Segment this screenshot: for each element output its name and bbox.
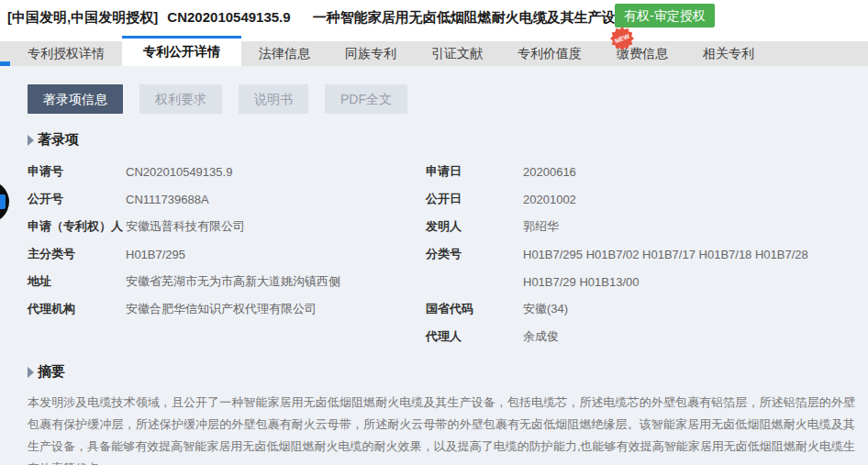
field-label: 国省代码 (426, 301, 523, 317)
field-value: H01B7/295 (126, 248, 426, 261)
field-value: CN111739688A (126, 193, 426, 206)
field-value: H01B7/295 H01B7/02 H01B7/17 H01B7/18 H01… (523, 248, 808, 261)
new-badge-icon: NEW (610, 27, 634, 50)
document-toolbar: 著录项信息 权利要求 说明书 PDF全文 (28, 84, 868, 114)
patent-detail-page: [中国发明,中国发明授权] CN202010549135.9 一种智能家居用无卤… (0, 0, 868, 465)
field-label: 发明人 (426, 218, 523, 235)
field-label: 代理机构 (28, 301, 126, 317)
tab-family-patents[interactable]: 同族专利 (328, 41, 414, 66)
triangle-icon (28, 135, 34, 146)
bibliographic-fields: 申请号 CN202010549135.9 申请日 20200616 公开号 CN… (28, 158, 868, 350)
field-label: 地址 (28, 273, 126, 290)
bibliographic-section-title: 著录项 (38, 131, 79, 149)
field-label: 申请日 (426, 163, 523, 180)
field-label: 申请（专利权）人 (28, 218, 126, 235)
claims-button[interactable]: 权利要求 (139, 84, 222, 114)
field-row: 申请号 CN202010549135.9 申请日 20200616 (28, 158, 868, 185)
field-label: 公开号 (28, 191, 126, 207)
field-value: 郭绍华 (523, 218, 559, 235)
patent-number: CN202010549135.9 (167, 9, 290, 25)
patent-title: 一种智能家居用无卤低烟阻燃耐火电缆及其生产设备 (313, 9, 629, 25)
page-title: [中国发明,中国发明授权] CN202010549135.9 一种智能家居用无卤… (7, 9, 635, 27)
tab-related-patents[interactable]: 相关专利 (685, 41, 772, 66)
field-row: 主分类号 H01B7/295 分类号 H01B7/295 H01B7/02 H0… (28, 240, 868, 268)
abstract-section-title: 摘要 (38, 363, 65, 381)
field-value: 20201002 (523, 193, 576, 206)
field-label: 主分类号 (28, 246, 126, 262)
field-value: 余成俊 (523, 328, 559, 345)
tab-cited-documents[interactable]: 引证文献 (414, 41, 500, 66)
field-value: 安徽省芜湖市无为市高新大道姚沟镇西侧 (126, 273, 426, 290)
tab-publication-details[interactable]: 专利公开详情 (122, 36, 241, 66)
field-row: 代理机构 安徽合肥华信知识产权代理有限公司 国省代码 安徽(34) (28, 295, 868, 323)
widget-icon (0, 194, 6, 209)
bibliographic-info-button[interactable]: 著录项信息 (28, 84, 123, 114)
field-value: CN202010549135.9 (126, 165, 426, 179)
tab-strip: 专利授权详情 专利公开详情 法律信息 同族专利 引证文献 专利价值度 缴费信息 … (0, 36, 868, 66)
field-row: 公开号 CN111739688A 公开日 20201002 (28, 185, 868, 213)
field-label: 申请号 (28, 163, 126, 180)
pdf-fulltext-button[interactable]: PDF全文 (325, 84, 407, 114)
header: [中国发明,中国发明授权] CN202010549135.9 一种智能家居用无卤… (0, 0, 868, 36)
abstract-section-header: 摘要 (28, 363, 868, 381)
content-panel: 著录项信息 权利要求 说明书 PDF全文 著录项 申请号 CN202010549… (0, 66, 868, 465)
field-value: 安徽(34) (523, 301, 568, 317)
field-label: 分类号 (426, 246, 523, 262)
abstract-text: 本发明涉及电缆技术领域，且公开了一种智能家居用无卤低烟阻燃耐火电缆及其生产设备，… (28, 392, 868, 465)
field-label: 公开日 (426, 191, 523, 207)
tab-granted-details[interactable]: 专利授权详情 (10, 41, 122, 66)
field-row: 申请（专利权）人 安徽迅普科技有限公司 发明人 郭绍华 (28, 213, 868, 240)
tab-legal-info[interactable]: 法律信息 (241, 41, 328, 66)
field-value: H01B7/29 H01B13/00 (523, 275, 639, 289)
description-button[interactable]: 说明书 (239, 84, 308, 114)
triangle-icon (28, 367, 34, 378)
field-value: 安徽迅普科技有限公司 (126, 218, 426, 235)
tab-patent-value[interactable]: 专利价值度 (500, 41, 599, 66)
field-row: 代理人 余成俊 (28, 323, 868, 350)
patent-category: [中国发明,中国发明授权] (7, 9, 158, 25)
field-value: 20200616 (523, 165, 576, 179)
field-row: 地址 安徽省芜湖市无为市高新大道姚沟镇西侧 H01B7/29 H01B13/00 (28, 268, 868, 295)
field-label: 代理人 (426, 328, 523, 345)
bibliographic-section-header: 著录项 (28, 131, 868, 149)
field-value: 安徽合肥华信知识产权代理有限公司 (126, 301, 426, 317)
status-badge: 有权-审定授权 (615, 4, 715, 28)
